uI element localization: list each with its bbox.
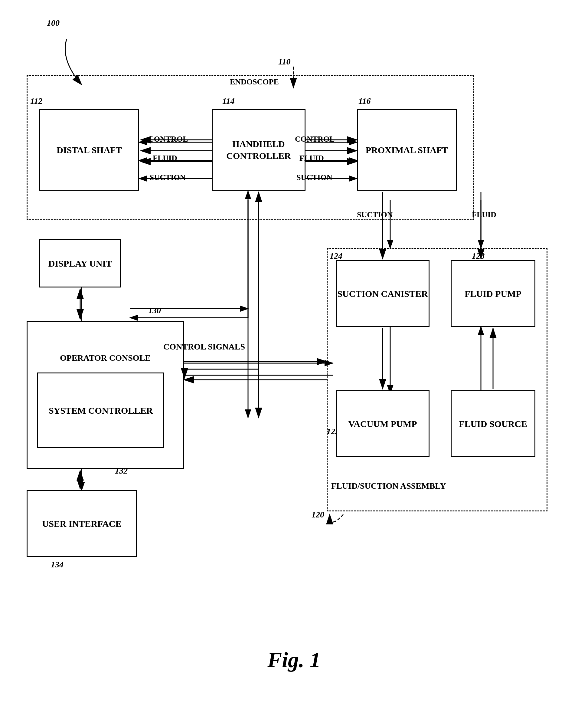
user-interface-label: USER INTERFACE	[42, 518, 122, 530]
suction-right-label: SUCTION	[296, 173, 332, 182]
proximal-shaft-box: PROXIMAL SHAFT	[357, 109, 457, 191]
vacuum-pump-box: VACUUM PUMP	[336, 390, 429, 457]
handheld-controller-box: HANDHELD CONTROLLER	[212, 109, 305, 191]
ref-114: 114	[222, 96, 234, 106]
fluid-pump-label: FLUID PUMP	[464, 288, 521, 299]
fluid-pump-box: FLUID PUMP	[451, 260, 535, 327]
fluid-right-label: FLUID	[299, 154, 324, 163]
system-controller-label: SYSTEM CONTROLLER	[49, 404, 153, 416]
ref-124: 124	[330, 251, 342, 261]
suction-top-label: SUCTION	[357, 210, 393, 219]
ref-100: 100	[47, 18, 60, 28]
diagram: 100 110 ENDOSCOPE 112 DISTAL SHAFT 114 H…	[0, 0, 588, 709]
figure-label: Fig. 1	[0, 648, 588, 673]
ref-132: 132	[115, 466, 128, 476]
handheld-controller-label: HANDHELD CONTROLLER	[213, 138, 304, 162]
suction-canister-box: SUCTION CANISTER	[336, 260, 429, 327]
fluid-top-label: FLUID	[472, 210, 496, 219]
display-unit-label: DISPLAY UNIT	[48, 258, 112, 269]
control-signals-label: CONTROL SIGNALS	[163, 342, 245, 351]
vacuum-pump-label: VACUUM PUMP	[348, 418, 417, 430]
ref-130: 130	[148, 306, 161, 315]
user-interface-box: USER INTERFACE	[27, 490, 137, 557]
ref-134: 134	[51, 560, 63, 570]
display-unit-box: DISPLAY UNIT	[39, 239, 121, 287]
ref-112: 112	[30, 96, 42, 106]
fluid-left-label: FLUID	[153, 154, 177, 163]
distal-shaft-box: DISTAL SHAFT	[39, 109, 139, 191]
ref-116: 116	[358, 96, 371, 106]
control-right-label: CONTROL	[295, 135, 335, 144]
operator-console-box: OPERATOR CONSOLE SYSTEM CONTROLLER	[27, 321, 184, 469]
distal-shaft-label: DISTAL SHAFT	[57, 144, 122, 156]
ref-110: 110	[278, 57, 290, 67]
proximal-shaft-label: PROXIMAL SHAFT	[366, 144, 448, 156]
ref-128: 128	[472, 251, 485, 261]
operator-console-label: OPERATOR CONSOLE	[31, 352, 179, 363]
fluid-source-box: FLUID SOURCE	[451, 390, 535, 457]
system-controller-box: SYSTEM CONTROLLER	[37, 372, 164, 448]
control-left-label: CONTROL	[148, 135, 188, 144]
endoscope-label: ENDOSCOPE	[230, 77, 279, 86]
fluid-suction-assembly-label: FLUID/SUCTION ASSEMBLY	[331, 481, 446, 491]
ref-120: 120	[312, 510, 324, 520]
suction-canister-label: SUCTION CANISTER	[337, 288, 428, 299]
suction-left-label: SUCTION	[150, 173, 185, 182]
fluid-source-label: FLUID SOURCE	[459, 418, 527, 430]
